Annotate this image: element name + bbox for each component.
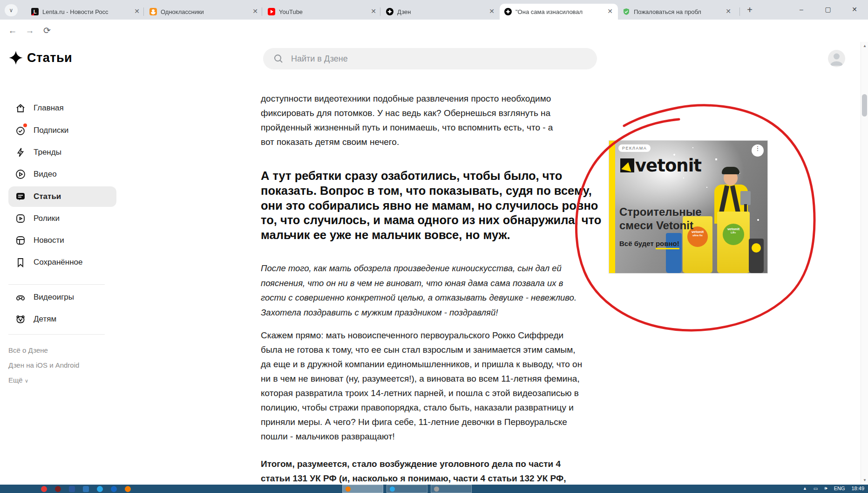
sidebar-item-subscriptions[interactable]: Подписки (8, 120, 116, 141)
dzen-favicon (504, 8, 512, 15)
news-icon (15, 235, 26, 246)
back-button[interactable]: ← (5, 23, 20, 39)
link-about-dzen[interactable]: Всё о Дзене (8, 346, 48, 354)
sidebar-item-trends[interactable]: Тренды (8, 142, 116, 163)
ad-title: Строительные смеси Vetonit (619, 205, 708, 232)
window-close-button[interactable]: ✕ (844, 0, 865, 20)
dzen-star-icon (8, 50, 23, 65)
system-tray[interactable]: ▲ ▭ 🕪 ENG 18:49 (803, 486, 864, 491)
tab-youtube[interactable]: YouTube ✕ (263, 4, 381, 20)
article-paragraph: доступности видеотехники подобные развле… (261, 91, 568, 149)
tab-label: Пожаловаться на пробл (634, 8, 722, 15)
forward-button[interactable]: → (22, 23, 38, 39)
taskbar-word-icon[interactable] (69, 486, 75, 492)
chevron-down-icon: ∨ (25, 378, 28, 383)
dzen-logo-text: Статьи (27, 51, 72, 65)
tab-label: Дзен (397, 8, 486, 15)
sidebar-item-articles-active[interactable]: Статьи (8, 186, 116, 207)
new-tab-button[interactable]: + (744, 5, 755, 16)
scroll-down-icon[interactable]: ▼ (861, 477, 868, 484)
ad-product-bucket (666, 233, 682, 273)
bear-icon (15, 314, 26, 325)
tab-odnoklassniki[interactable]: Одноклассники ✕ (145, 4, 263, 20)
taskbar-browser-icon[interactable] (55, 486, 61, 492)
tab-lenta[interactable]: L Lenta.ru - Новости Росс ✕ (27, 4, 145, 20)
ok-favicon (149, 8, 157, 15)
tab-close-icon[interactable]: ✕ (369, 7, 378, 16)
tray-display-icon[interactable]: ▭ (814, 486, 818, 491)
tab-label: YouTube (279, 8, 367, 15)
scrollbar-thumb[interactable] (862, 94, 867, 116)
trends-bolt-icon (15, 147, 26, 158)
sidebar-label: Тренды (34, 148, 61, 157)
dzen-search-input[interactable]: Найти в Дзене (263, 48, 597, 69)
sidebar-label: Подписки (34, 126, 68, 135)
tab-close-icon[interactable]: ✕ (724, 7, 732, 16)
tab-complaint[interactable]: Пожаловаться на пробл ✕ (618, 4, 736, 20)
vetonit-ad-banner[interactable]: vetonit ultra fix vetonit LR+ vetonit РЕ… (609, 141, 767, 273)
taskbar-chrome-icon[interactable] (125, 486, 131, 492)
tab-close-icon[interactable]: ✕ (133, 7, 141, 16)
reload-button[interactable]: ⟳ (39, 23, 55, 39)
page-scrollbar[interactable]: ▲ ▼ (861, 42, 868, 485)
sidebar-label: Ролики (34, 214, 60, 223)
dzen-logo[interactable]: Статьи (8, 50, 72, 65)
taskbar-window-chrome[interactable] (342, 485, 383, 493)
ad-options-icon[interactable]: ⋮ (752, 144, 764, 157)
taskbar-opera-icon[interactable] (41, 486, 47, 492)
taskbar-excel-icon[interactable] (83, 486, 89, 492)
search-icon (273, 54, 284, 64)
sidebar-item-saved[interactable]: Сохранённое (8, 252, 116, 273)
taskbar-app-icon[interactable] (111, 486, 117, 492)
sidebar-item-news[interactable]: Новости (8, 230, 116, 251)
clips-icon (15, 213, 26, 224)
scroll-up-icon[interactable]: ▲ (861, 43, 868, 49)
tab-close-icon[interactable]: ✕ (488, 7, 496, 16)
tray-volume-icon[interactable]: 🕪 (824, 486, 827, 491)
tab-dzen[interactable]: Дзен ✕ (381, 4, 500, 20)
home-icon (15, 103, 26, 114)
taskbar-window-app[interactable] (431, 485, 472, 493)
tray-hidden-icons-chevron[interactable]: ▲ (803, 486, 807, 491)
window-maximize-button[interactable]: ▢ (817, 0, 839, 20)
youtube-favicon (268, 8, 275, 15)
gamepad-icon (15, 292, 26, 303)
sidebar-label: Видеоигры (34, 293, 74, 302)
tray-clock[interactable]: 18:49 (851, 486, 864, 491)
link-more[interactable]: Ещё ∨ (8, 376, 28, 384)
tab-search-chevron-icon[interactable]: ∨ (5, 4, 18, 16)
taskbar-window-telegram[interactable] (387, 485, 427, 493)
article-paragraph: Скажем прямо: мать новоиспеченного перво… (261, 328, 587, 444)
browser-toolbar: ← → ⟳ dzen.ru/a/ZfQh1TY3E2MOCS7E ⌕ ☆ 8 (0, 20, 868, 42)
tab-label: Lenta.ru - Новости Росс (42, 8, 131, 15)
article-quote: После того, как мать обозрела произведен… (261, 261, 587, 320)
lenta-favicon: L (31, 8, 39, 15)
ad-yellow-stripe (609, 141, 615, 273)
taskbar-telegram-icon[interactable] (97, 486, 103, 492)
dzen-header: Статьи Найти в Дзене (0, 42, 861, 75)
vetonit-logo-mark (620, 158, 634, 172)
sidebar-item-video[interactable]: Видео (8, 164, 116, 185)
sidebar-item-home[interactable]: Главная (8, 98, 116, 118)
sidebar-label: Сохранённое (34, 258, 82, 267)
shield-check-favicon (623, 8, 630, 15)
search-placeholder: Найти в Дзене (291, 54, 348, 64)
window-minimize-button[interactable]: – (791, 0, 812, 20)
sidebar-label: Видео (34, 170, 57, 179)
sidebar-label: Статьи (34, 192, 61, 201)
bookmark-icon (15, 257, 26, 268)
sidebar-label: Новости (34, 236, 64, 245)
link-dzen-apps[interactable]: Дзен на iOS и Android (8, 361, 79, 369)
vetonit-logo-text: vetonit (635, 156, 701, 176)
sidebar-item-clips[interactable]: Ролики (8, 208, 116, 229)
sidebar-item-videogames[interactable]: Видеоигры (8, 287, 116, 308)
tab-close-icon[interactable]: ✕ (251, 7, 259, 16)
user-avatar[interactable] (828, 50, 845, 67)
tray-language[interactable]: ENG (834, 486, 845, 491)
tab-article-active[interactable]: "Она сама изнасиловал ✕ (500, 4, 618, 20)
browser-window: ∨ L Lenta.ru - Новости Росс ✕ Одноклассн… (0, 0, 868, 493)
tab-close-icon[interactable]: ✕ (606, 7, 614, 16)
ad-label: РЕКЛАМА (618, 144, 651, 152)
article-heading: А тут ребятки сразу озаботились, чтобы б… (261, 169, 608, 243)
sidebar-item-kids[interactable]: Детям (8, 309, 116, 329)
